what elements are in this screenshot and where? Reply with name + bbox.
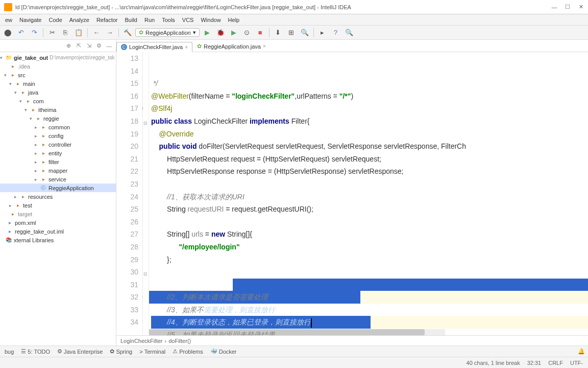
tree-node-service[interactable]: ▸▸service	[0, 175, 116, 183]
minimize-button[interactable]: —	[551, 4, 557, 10]
maximize-button[interactable]: ☐	[565, 4, 571, 10]
editor-area: CLoginCheckFilter.java×✿ReggieApplicatio…	[116, 40, 588, 346]
search-icon[interactable]: 🔍	[299, 27, 310, 38]
tree-node-target[interactable]: ▸target	[0, 210, 116, 218]
menu-tools[interactable]: Tools	[159, 16, 178, 24]
forward-nav-icon[interactable]: →	[104, 27, 115, 38]
tree-node-ReggieApplication[interactable]: ⒸReggieApplication	[0, 183, 116, 192]
build-icon[interactable]: 🔨	[122, 27, 133, 38]
undo-icon[interactable]: ↶	[15, 27, 27, 38]
menu-ew[interactable]: ew	[2, 16, 15, 24]
paste-icon[interactable]: 📋	[73, 27, 84, 38]
coverage-button[interactable]: ▶	[228, 27, 239, 38]
menu-navigate[interactable]: Navigate	[16, 16, 44, 24]
profile-button[interactable]: ⊙	[241, 27, 253, 38]
app-icon	[4, 3, 12, 11]
tree-node-xternal Libraries[interactable]: 📚xternal Libraries	[0, 236, 116, 244]
menu-vcs[interactable]: VCS	[179, 16, 197, 24]
code-editor[interactable]: ▶131415161718192021222324252627282930313…	[116, 52, 588, 335]
window-title: ld [D:\mavenprojects\reggie_take_out] - …	[15, 4, 551, 10]
settings-icon[interactable]: ▸	[317, 27, 328, 38]
tool-window-bar: bug☰5: TODO⚙ Java Enterprise✿ Spring> Te…	[0, 346, 588, 357]
close-icon: ×	[185, 44, 188, 50]
menu-build[interactable]: Build	[122, 16, 140, 24]
menu-run[interactable]: Run	[141, 16, 158, 24]
cut-icon[interactable]: ✂	[46, 27, 58, 38]
tree-node-controller[interactable]: ▸▸controller	[0, 140, 116, 149]
menu-window[interactable]: Window	[198, 16, 224, 24]
tree-node-entity[interactable]: ▸▸entity	[0, 149, 116, 157]
status-bar: 40 chars, 1 line break 32:31 CRLF UTF-	[0, 357, 588, 368]
tab-ReggieApplication.java[interactable]: ✿ReggieApplication.java×	[192, 41, 271, 52]
tool-tab-bug[interactable]: bug	[3, 349, 14, 355]
tool-tab-spring[interactable]: ✿ Spring	[110, 348, 132, 355]
spring-icon: ✿	[139, 29, 143, 36]
tab-LoginCheckFilter.java[interactable]: CLoginCheckFilter.java×	[116, 42, 192, 52]
collapse-all-icon[interactable]: ⇲	[84, 41, 93, 51]
run-button[interactable]: ▶	[202, 27, 213, 38]
toolbar: ⬤ ↶ ↷ ✂ ⎘ 📋 ← → 🔨 ✿ ReggieApplication ▾ …	[0, 26, 588, 40]
tree-node-config[interactable]: ▸▸config	[0, 131, 116, 140]
tool-tab-java enterprise[interactable]: ⚙ Java Enterprise	[57, 348, 103, 355]
back-button[interactable]: ⬤	[2, 27, 13, 38]
search-everywhere-icon[interactable]: 🔍	[344, 27, 355, 38]
select-opened-icon[interactable]: ⊕	[64, 41, 73, 51]
menu-analyze[interactable]: Analyze	[66, 16, 92, 24]
selection-info: 40 chars, 1 line break	[467, 360, 520, 366]
line-separator[interactable]: CRLF	[548, 360, 563, 366]
tree-node-resources[interactable]: ▸▸resources	[0, 192, 116, 201]
tool-tab-docker[interactable]: 🐳 Docker	[210, 348, 237, 355]
menu-help[interactable]: Help	[225, 16, 243, 24]
breadcrumb[interactable]: LoginCheckFilter›doFilter()	[116, 335, 588, 346]
project-sidebar: ⊕ ⇱ ⇲ ⚙ — ▾📁 gie_take_out D:\mavenprojec…	[0, 40, 116, 346]
editor-tabs: CLoginCheckFilter.java×✿ReggieApplicatio…	[116, 40, 588, 52]
vcs-icon[interactable]: ⬇	[273, 27, 284, 38]
menu-bar: ewNavigateCodeAnalyzeRefactorBuildRunToo…	[0, 14, 588, 26]
back-nav-icon[interactable]: ←	[91, 27, 102, 38]
event-log-icon[interactable]: 🔔	[578, 348, 585, 355]
settings-icon[interactable]: ⚙	[94, 41, 104, 51]
debug-button[interactable]: 🐞	[215, 27, 226, 38]
tool-tab-todo[interactable]: ☰5: TODO	[21, 348, 50, 355]
tree-node-reggie[interactable]: ▾▸reggie	[0, 114, 116, 123]
tree-node-mapper[interactable]: ▸▸mapper	[0, 166, 116, 175]
tree-node-main[interactable]: ▾▸main	[0, 79, 116, 88]
close-button[interactable]: ✕	[578, 4, 584, 10]
tree-node-.idea[interactable]: ▸.idea	[0, 62, 116, 71]
breadcrumb-item[interactable]: LoginCheckFilter	[120, 338, 163, 344]
structure-icon[interactable]: ⊞	[286, 27, 297, 38]
redo-icon[interactable]: ↷	[29, 27, 40, 38]
run-config-selector[interactable]: ✿ ReggieApplication ▾	[135, 28, 200, 37]
stop-button[interactable]: ■	[255, 27, 266, 38]
menu-code[interactable]: Code	[45, 16, 65, 24]
expand-all-icon[interactable]: ⇱	[74, 41, 83, 51]
title-bar: ld [D:\mavenprojects\reggie_take_out] - …	[0, 0, 588, 14]
project-tree[interactable]: ▾📁 gie_take_out D:\mavenprojects\reggie_…	[0, 52, 116, 346]
caret-position: 32:31	[527, 360, 542, 366]
tool-tab-problems[interactable]: ⚠ Problems	[173, 348, 203, 355]
close-icon: ×	[263, 43, 266, 49]
tree-node-filter[interactable]: ▸▸filter	[0, 157, 116, 166]
copy-icon[interactable]: ⎘	[60, 27, 71, 38]
project-root[interactable]: ▾📁 gie_take_out D:\mavenprojects\reggie_…	[0, 53, 116, 62]
tree-node-pom.xml[interactable]: ▸pom.xml	[0, 218, 116, 227]
tree-node-common[interactable]: ▸▸common	[0, 123, 116, 131]
tree-node-test[interactable]: ▸▸test	[0, 201, 116, 210]
tree-node-reggie_take_out.iml[interactable]: ▸reggie_take_out.iml	[0, 227, 116, 236]
tree-node-com[interactable]: ▾▸com	[0, 97, 116, 105]
help-icon[interactable]: ?	[330, 27, 341, 38]
tree-node-itheima[interactable]: ▾▸itheima	[0, 105, 116, 114]
breadcrumb-item[interactable]: doFilter()	[168, 338, 191, 344]
tool-tab-terminal[interactable]: > Terminal	[139, 349, 165, 355]
tree-node-src[interactable]: ▾▸src	[0, 71, 116, 79]
file-encoding[interactable]: UTF-	[570, 360, 583, 366]
tree-node-java[interactable]: ▾▸java	[0, 88, 116, 97]
chevron-down-icon: ▾	[193, 29, 196, 36]
hide-icon[interactable]: —	[105, 41, 114, 51]
menu-refactor[interactable]: Refactor	[93, 16, 121, 24]
